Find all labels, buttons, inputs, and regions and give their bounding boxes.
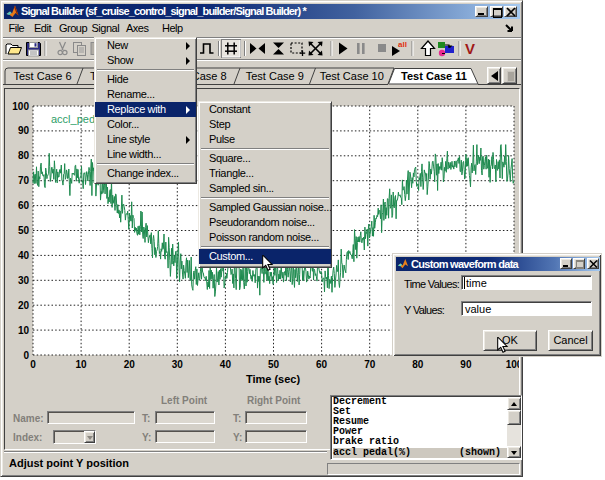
svg-text:80: 80 <box>18 150 30 161</box>
svg-text:60: 60 <box>316 359 328 370</box>
svg-text:60: 60 <box>18 200 30 211</box>
svg-text:Test Case 9: Test Case 9 <box>246 70 304 82</box>
svg-text:50: 50 <box>268 359 280 370</box>
svg-text:70: 70 <box>18 175 30 186</box>
svg-text:Time (sec): Time (sec) <box>246 373 301 385</box>
svg-text:40: 40 <box>220 359 232 370</box>
svg-text:100: 100 <box>506 359 519 370</box>
svg-text:Test Case 10: Test Case 10 <box>320 70 384 82</box>
svg-text:80: 80 <box>412 359 424 370</box>
svg-text:90: 90 <box>18 125 30 136</box>
svg-text:Test Case 6: Test Case 6 <box>13 70 71 82</box>
svg-text:0: 0 <box>23 350 29 361</box>
svg-text:90: 90 <box>460 359 472 370</box>
svg-text:70: 70 <box>364 359 376 370</box>
svg-text:100: 100 <box>12 101 29 112</box>
svg-text:40: 40 <box>18 250 30 261</box>
svg-text:30: 30 <box>172 359 184 370</box>
svg-text:10: 10 <box>76 359 88 370</box>
svg-text:all: all <box>398 40 407 49</box>
svg-text:0: 0 <box>30 359 36 370</box>
svg-text:10: 10 <box>18 325 30 336</box>
svg-text:Test Case 11: Test Case 11 <box>401 70 467 82</box>
svg-text:V: V <box>465 40 475 57</box>
svg-text:20: 20 <box>124 359 136 370</box>
svg-text:20: 20 <box>18 300 30 311</box>
svg-text:50: 50 <box>18 225 30 236</box>
svg-text:30: 30 <box>18 275 30 286</box>
